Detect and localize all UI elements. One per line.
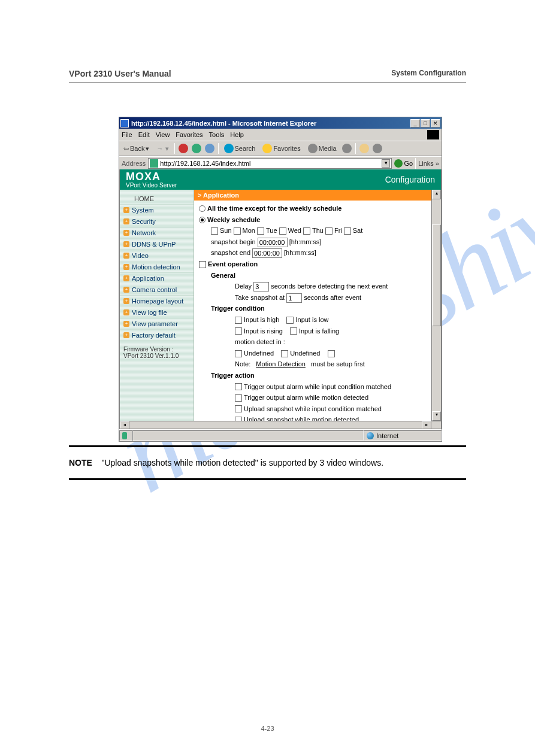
expand-icon: + bbox=[123, 241, 129, 247]
go-button[interactable]: Go bbox=[394, 159, 413, 168]
cb-ta3[interactable] bbox=[235, 405, 242, 412]
nav-viewparam[interactable]: +View parameter bbox=[120, 318, 194, 330]
address-dropdown-icon[interactable]: ▾ bbox=[382, 159, 390, 168]
nav-homepage[interactable]: +Homepage layout bbox=[120, 296, 194, 307]
cb-fri[interactable] bbox=[325, 227, 333, 235]
vertical-scrollbar[interactable]: ▴ ▾ bbox=[431, 190, 441, 421]
menu-help[interactable]: Help bbox=[230, 131, 244, 138]
expand-icon: + bbox=[123, 218, 129, 224]
forward-button[interactable]: → ▾ bbox=[155, 144, 170, 154]
expand-icon: + bbox=[123, 298, 129, 304]
radio-weekly[interactable] bbox=[199, 217, 205, 223]
expand-icon: + bbox=[123, 207, 129, 213]
cb-ta1[interactable] bbox=[235, 383, 242, 390]
cb-undef-3[interactable] bbox=[328, 350, 335, 357]
scroll-right-icon[interactable]: ▸ bbox=[422, 421, 431, 429]
ie-icon bbox=[120, 119, 129, 127]
mail-icon[interactable] bbox=[359, 144, 369, 153]
history-icon[interactable] bbox=[342, 144, 352, 153]
brand-sub: VPort Video Server bbox=[126, 182, 177, 189]
nav-factory[interactable]: +Factory default bbox=[120, 330, 194, 341]
cb-input-high[interactable] bbox=[235, 317, 242, 324]
menubar: File Edit View Favorites Tools Help bbox=[119, 129, 442, 141]
cb-wed[interactable] bbox=[279, 227, 286, 235]
cb-mon[interactable] bbox=[234, 227, 241, 235]
note-label: NOTE bbox=[69, 458, 92, 467]
expand-icon: + bbox=[123, 275, 129, 281]
delay-input[interactable] bbox=[253, 282, 269, 292]
scroll-up-icon[interactable]: ▴ bbox=[432, 190, 441, 199]
motion-detect-label: motion detect in : bbox=[199, 337, 435, 348]
search-button[interactable]: Search bbox=[222, 142, 258, 154]
titlebar[interactable]: http://192.168.12.45/index.html - Micros… bbox=[119, 117, 442, 129]
motion-detection-link[interactable]: Motion Detection bbox=[256, 359, 306, 370]
expand-icon: + bbox=[123, 332, 129, 338]
home-icon[interactable] bbox=[205, 144, 214, 153]
menu-favorites[interactable]: Favorites bbox=[176, 131, 202, 138]
cb-undef-1[interactable] bbox=[235, 350, 242, 357]
section-header: > Application bbox=[194, 190, 441, 201]
window-title: http://192.168.12.45/index.html - Micros… bbox=[131, 120, 410, 127]
scroll-thumb[interactable] bbox=[432, 224, 441, 326]
toolbar: ⇦ Back ▾ → ▾ Search Favorites Media bbox=[119, 141, 442, 156]
favorites-button[interactable]: Favorites bbox=[261, 142, 302, 154]
address-field[interactable]: http://192.168.12.45/index.html ▾ bbox=[148, 158, 392, 169]
brand-bar: MOXA VPort Video Server Configuration bbox=[120, 169, 441, 190]
doc-title-right: System Configuration bbox=[391, 69, 466, 78]
horizontal-scrollbar[interactable]: ◂ ▸ bbox=[120, 421, 441, 429]
nav-security[interactable]: +Security bbox=[120, 216, 194, 227]
scroll-down-icon[interactable]: ▾ bbox=[432, 411, 441, 421]
back-button[interactable]: ⇦ Back ▾ bbox=[122, 144, 151, 154]
cb-event-operation[interactable] bbox=[199, 261, 206, 268]
media-button[interactable]: Media bbox=[306, 142, 338, 154]
go-icon bbox=[394, 159, 403, 168]
internet-zone-icon bbox=[367, 432, 374, 439]
snapshot-end-input[interactable] bbox=[252, 248, 282, 258]
radio-all-time[interactable] bbox=[199, 205, 205, 212]
content-area: MOXA VPort Video Server Configuration HO… bbox=[119, 169, 442, 429]
menu-edit[interactable]: Edit bbox=[138, 131, 150, 138]
nav-camera[interactable]: +Camera control bbox=[120, 284, 194, 296]
trigger-action-label: Trigger action bbox=[199, 371, 435, 381]
cb-tue[interactable] bbox=[257, 227, 264, 235]
status-bar: Internet bbox=[119, 429, 442, 441]
expand-icon: + bbox=[123, 287, 129, 293]
close-button[interactable]: ✕ bbox=[431, 119, 440, 127]
menu-view[interactable]: View bbox=[156, 131, 170, 138]
sidebar: HOME +System +Security +Network +DDNS & … bbox=[120, 190, 194, 421]
menu-tools[interactable]: Tools bbox=[209, 131, 225, 138]
take-snapshot-input[interactable] bbox=[286, 293, 302, 303]
nav-motion[interactable]: +Motion detection bbox=[120, 262, 194, 273]
motion-note: Note: Motion Detection must be setup fir… bbox=[199, 359, 435, 370]
cb-sun[interactable] bbox=[211, 227, 218, 235]
stop-icon[interactable] bbox=[179, 144, 188, 153]
refresh-icon[interactable] bbox=[192, 144, 201, 153]
menu-file[interactable]: File bbox=[122, 131, 132, 138]
minimize-button[interactable]: _ bbox=[410, 119, 420, 127]
cb-input-falling[interactable] bbox=[290, 327, 297, 335]
status-message bbox=[132, 430, 364, 441]
document-header: VPort 2310 User's Manual System Configur… bbox=[69, 69, 466, 83]
nav-network[interactable]: +Network bbox=[120, 227, 194, 239]
nav-system[interactable]: +System bbox=[120, 205, 194, 216]
links-label[interactable]: Links » bbox=[418, 160, 439, 167]
cb-ta4[interactable] bbox=[235, 417, 242, 421]
nav-application[interactable]: +Application bbox=[120, 273, 194, 284]
cb-ta2[interactable] bbox=[235, 394, 242, 402]
print-icon[interactable] bbox=[373, 144, 382, 153]
form-body: All the time except for the weekly sched… bbox=[194, 201, 441, 421]
scroll-left-icon[interactable]: ◂ bbox=[120, 421, 129, 429]
expand-icon: + bbox=[123, 264, 129, 270]
nav-video[interactable]: +Video bbox=[120, 250, 194, 262]
nav-home[interactable]: HOME bbox=[120, 193, 194, 205]
cb-input-rising[interactable] bbox=[235, 327, 242, 335]
cb-input-low[interactable] bbox=[286, 317, 294, 324]
header-rule bbox=[69, 82, 466, 83]
nav-ddns[interactable]: +DDNS & UPnP bbox=[120, 239, 194, 250]
maximize-button[interactable]: □ bbox=[421, 119, 430, 127]
cb-thu[interactable] bbox=[303, 227, 310, 235]
snapshot-begin-input[interactable] bbox=[258, 238, 288, 247]
cb-undef-2[interactable] bbox=[281, 350, 288, 357]
nav-viewlog[interactable]: +View log file bbox=[120, 307, 194, 318]
cb-sat[interactable] bbox=[344, 227, 351, 235]
